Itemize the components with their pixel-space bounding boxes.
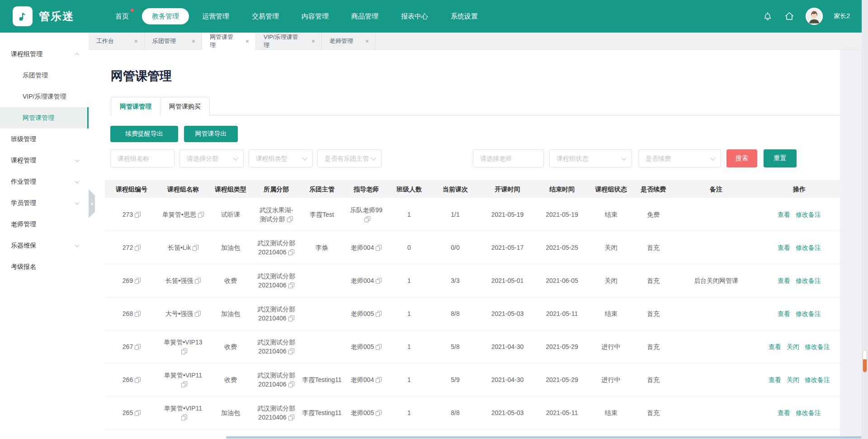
user-avatar[interactable] bbox=[806, 8, 823, 25]
row-action-link[interactable]: 修改备注 bbox=[805, 343, 830, 350]
opened-tab-2[interactable]: 乐团管理× bbox=[145, 33, 202, 50]
nav-item-7[interactable]: 报表中心 bbox=[392, 8, 438, 24]
nav-item-2[interactable]: 教务管理 bbox=[142, 8, 189, 24]
copy-icon[interactable] bbox=[376, 344, 382, 350]
row-action-link[interactable]: 查看 bbox=[778, 409, 790, 416]
horizontal-scrollbar-thumb[interactable] bbox=[226, 436, 862, 439]
copy-icon[interactable] bbox=[287, 216, 293, 222]
filter-field[interactable] bbox=[639, 150, 721, 167]
nav-item-4[interactable]: 交易管理 bbox=[242, 8, 288, 24]
sidebar-item-4[interactable]: 网管课管理 bbox=[0, 107, 89, 129]
reset-button[interactable]: 重置 bbox=[764, 149, 797, 167]
subtab-2[interactable]: 网管课购买 bbox=[160, 97, 210, 115]
sidebar-item-2[interactable]: 乐团管理 bbox=[0, 65, 89, 86]
sidebar-item-1[interactable]: 课程组管理 bbox=[0, 43, 89, 65]
export-button-2[interactable]: 网管课导出 bbox=[184, 126, 238, 142]
copy-icon[interactable] bbox=[288, 249, 294, 255]
copy-icon[interactable] bbox=[195, 278, 201, 284]
filter-select-7[interactable] bbox=[638, 149, 721, 167]
filter-field[interactable] bbox=[473, 150, 543, 167]
copy-icon[interactable] bbox=[193, 245, 198, 251]
close-tab-icon[interactable]: × bbox=[311, 38, 315, 45]
copy-icon[interactable] bbox=[364, 216, 370, 222]
copy-icon[interactable] bbox=[376, 245, 382, 251]
row-action-link[interactable]: 查看 bbox=[778, 211, 790, 218]
filter-field[interactable] bbox=[111, 150, 174, 167]
brand-logo[interactable] bbox=[13, 6, 33, 26]
subtab-1[interactable]: 网管课管理 bbox=[111, 97, 160, 115]
bell-icon[interactable] bbox=[762, 11, 773, 22]
filter-select-3[interactable] bbox=[249, 149, 313, 167]
vertical-scrollbar-track[interactable] bbox=[862, 0, 868, 439]
filter-input-5[interactable] bbox=[473, 149, 544, 167]
nav-item-5[interactable]: 内容管理 bbox=[292, 8, 338, 24]
row-action-link[interactable]: 关闭 bbox=[787, 343, 799, 350]
copy-icon[interactable] bbox=[288, 282, 294, 288]
nav-item-8[interactable]: 系统设置 bbox=[441, 8, 487, 24]
filter-field[interactable] bbox=[249, 150, 312, 167]
copy-icon[interactable] bbox=[135, 212, 141, 218]
row-action-link[interactable]: 查看 bbox=[769, 343, 781, 350]
row-action-link[interactable]: 查看 bbox=[778, 277, 790, 284]
copy-icon[interactable] bbox=[288, 382, 294, 387]
copy-icon[interactable] bbox=[135, 278, 141, 284]
filter-field[interactable] bbox=[180, 150, 243, 167]
sidebar-item-3[interactable]: VIP/乐理课管理 bbox=[0, 86, 89, 107]
sidebar-item-11[interactable]: 考级报名 bbox=[0, 256, 89, 277]
row-action-link[interactable]: 查看 bbox=[778, 244, 790, 251]
close-tab-icon[interactable]: × bbox=[134, 38, 138, 45]
copy-icon[interactable] bbox=[288, 348, 294, 354]
sidebar-item-10[interactable]: 乐器维保 bbox=[0, 235, 89, 256]
copy-icon[interactable] bbox=[376, 278, 382, 284]
sidebar-item-7[interactable]: 作业管理 bbox=[0, 171, 89, 192]
row-action-link[interactable]: 修改备注 bbox=[796, 211, 821, 218]
copy-icon[interactable] bbox=[181, 382, 187, 387]
row-action-link[interactable]: 修改备注 bbox=[796, 310, 821, 317]
sidebar-item-9[interactable]: 老师管理 bbox=[0, 214, 89, 235]
close-tab-icon[interactable]: × bbox=[245, 38, 249, 45]
sidebar-item-8[interactable]: 学员管理 bbox=[0, 192, 89, 214]
sidebar-item-5[interactable]: 班级管理 bbox=[0, 129, 89, 150]
copy-icon[interactable] bbox=[198, 212, 204, 218]
copy-icon[interactable] bbox=[376, 311, 382, 317]
vertical-scrollbar-thumb[interactable] bbox=[863, 350, 867, 372]
home-icon[interactable] bbox=[784, 11, 795, 22]
nav-item-3[interactable]: 运营管理 bbox=[193, 8, 239, 24]
username-label[interactable]: 家长2 bbox=[834, 12, 850, 20]
row-action-link[interactable]: 修改备注 bbox=[796, 277, 821, 284]
copy-icon[interactable] bbox=[181, 348, 187, 354]
copy-icon[interactable] bbox=[195, 311, 201, 317]
export-button-1[interactable]: 续费提醒导出 bbox=[110, 126, 178, 142]
filter-select-2[interactable] bbox=[179, 149, 244, 167]
filter-select-6[interactable] bbox=[549, 149, 632, 167]
row-action-link[interactable]: 关闭 bbox=[787, 376, 799, 383]
copy-icon[interactable] bbox=[376, 410, 382, 416]
row-action-link[interactable]: 查看 bbox=[769, 376, 781, 383]
nav-item-6[interactable]: 商品管理 bbox=[342, 8, 388, 24]
nav-item-1[interactable]: 首页 bbox=[106, 8, 138, 24]
opened-tab-1[interactable]: 工作台× bbox=[89, 33, 145, 50]
row-action-link[interactable]: 修改备注 bbox=[796, 409, 821, 416]
filter-field[interactable] bbox=[318, 150, 381, 167]
filter-input-1[interactable] bbox=[110, 149, 175, 167]
close-tab-icon[interactable]: × bbox=[192, 38, 195, 45]
copy-icon[interactable] bbox=[376, 377, 382, 383]
close-tab-icon[interactable]: × bbox=[365, 38, 369, 45]
opened-tab-5[interactable]: 老师管理× bbox=[322, 33, 376, 50]
copy-icon[interactable] bbox=[135, 410, 141, 416]
opened-tab-4[interactable]: VIP/乐理课管理× bbox=[256, 33, 322, 50]
copy-icon[interactable] bbox=[181, 415, 187, 420]
search-button[interactable]: 搜索 bbox=[726, 149, 757, 167]
row-action-link[interactable]: 查看 bbox=[778, 310, 790, 317]
opened-tab-3[interactable]: 网管课管理× bbox=[202, 33, 256, 50]
sidebar-item-6[interactable]: 课程管理 bbox=[0, 150, 89, 171]
copy-icon[interactable] bbox=[135, 344, 141, 350]
filter-select-4[interactable] bbox=[317, 149, 382, 167]
copy-icon[interactable] bbox=[135, 311, 141, 317]
copy-icon[interactable] bbox=[135, 245, 141, 251]
copy-icon[interactable] bbox=[288, 415, 294, 420]
row-action-link[interactable]: 修改备注 bbox=[796, 244, 821, 251]
row-action-link[interactable]: 修改备注 bbox=[805, 376, 830, 383]
copy-icon[interactable] bbox=[288, 315, 294, 321]
copy-icon[interactable] bbox=[135, 377, 141, 383]
